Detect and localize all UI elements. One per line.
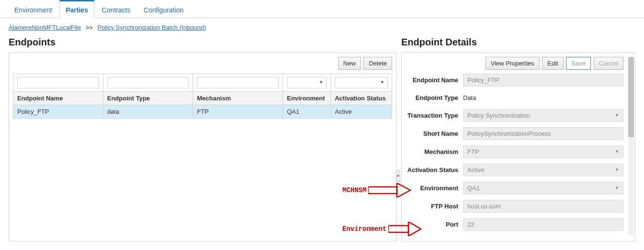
arrow-icon [368, 183, 411, 197]
field-environment[interactable]: QA1 [463, 182, 623, 195]
edit-button[interactable]: Edit [542, 57, 563, 70]
filter-environment[interactable] [287, 77, 327, 88]
annotation-environment-text: Environment [342, 225, 386, 233]
tab-configuration[interactable]: Configuration [138, 1, 189, 18]
field-transaction-type[interactable]: Policy Synchronization [463, 109, 623, 122]
col-environment[interactable]: Environment [283, 92, 331, 105]
breadcrumb-root[interactable]: AlamereNonMFTLocalFile [9, 24, 81, 31]
annotation-environment: Environment [342, 222, 422, 236]
label-ftp-host: FTP Host [406, 203, 463, 210]
breadcrumb-leaf[interactable]: Policy Synchronization Batch (Inbound) [97, 24, 206, 31]
col-endpoint-name[interactable]: Endpoint Name [13, 92, 103, 105]
endpoints-title: Endpoints [9, 37, 396, 48]
cell-activation: Active [331, 105, 392, 119]
field-short-name[interactable]: PolicySynchronizationProcess [463, 127, 623, 140]
tab-contracts[interactable]: Contracts [96, 1, 136, 18]
label-transaction-type: Transaction Type [406, 112, 463, 119]
label-activation-status: Activation Status [406, 166, 463, 174]
annotation-mechanism: MCHNSM [342, 183, 411, 197]
label-endpoint-type: Endpoint Type [406, 94, 463, 101]
endpoints-table: Endpoint Name Endpoint Type Mechanism En… [13, 74, 392, 119]
col-mechanism[interactable]: Mechanism [193, 92, 283, 105]
field-activation-status[interactable]: Active [463, 163, 623, 176]
col-activation[interactable]: Activation Status [331, 92, 392, 105]
field-port[interactable]: 22 [463, 218, 623, 231]
endpoints-panel: New Delete Endpoint Name Endpoint Type [9, 53, 396, 241]
new-button[interactable]: New [338, 57, 361, 70]
delete-button[interactable]: Delete [363, 57, 392, 70]
svg-marker-3 [408, 222, 421, 236]
splitter-handle[interactable] [396, 170, 400, 182]
field-ftp-host[interactable]: host.us.com [463, 200, 623, 213]
label-endpoint-name: Endpoint Name [406, 76, 463, 84]
view-properties-button[interactable]: View Properties [486, 57, 540, 70]
save-button[interactable]: Save [566, 57, 591, 70]
svg-marker-1 [397, 183, 410, 197]
breadcrumb: AlamereNonMFTLocalFile >> Policy Synchro… [0, 18, 644, 34]
arrow-icon [388, 222, 422, 236]
breadcrumb-sep: >> [86, 24, 93, 31]
scrollbar[interactable] [628, 57, 634, 235]
filter-activation[interactable] [335, 77, 388, 88]
tab-parties[interactable]: Parties [59, 0, 94, 18]
col-endpoint-type[interactable]: Endpoint Type [103, 92, 193, 105]
table-row[interactable]: Policy_FTP data FTP QA1 Active [13, 105, 392, 119]
endpoint-details-title: Endpoint Details [401, 37, 635, 48]
endpoint-details-panel: View Properties Edit Save Cancel Endpoin… [401, 53, 635, 241]
cancel-button[interactable]: Cancel [594, 57, 623, 70]
label-environment: Environment [406, 185, 463, 192]
cell-environment: QA1 [283, 105, 331, 119]
filter-mechanism[interactable] [197, 77, 279, 88]
cell-type: data [103, 105, 193, 119]
field-endpoint-name[interactable]: Policy_FTP [463, 74, 623, 87]
tab-environment[interactable]: Environment [9, 1, 58, 18]
field-mechanism[interactable]: FTP [463, 145, 623, 158]
cell-mechanism: FTP [193, 105, 283, 119]
label-short-name: Short Name [406, 130, 463, 137]
filter-type[interactable] [107, 77, 189, 88]
svg-rect-2 [388, 226, 408, 232]
annotation-mechanism-text: MCHNSM [342, 186, 366, 194]
label-mechanism: Mechanism [406, 148, 463, 155]
svg-rect-0 [368, 187, 397, 194]
cell-name: Policy_FTP [13, 105, 103, 119]
filter-name[interactable] [17, 77, 99, 88]
field-endpoint-type: Data [463, 92, 623, 104]
